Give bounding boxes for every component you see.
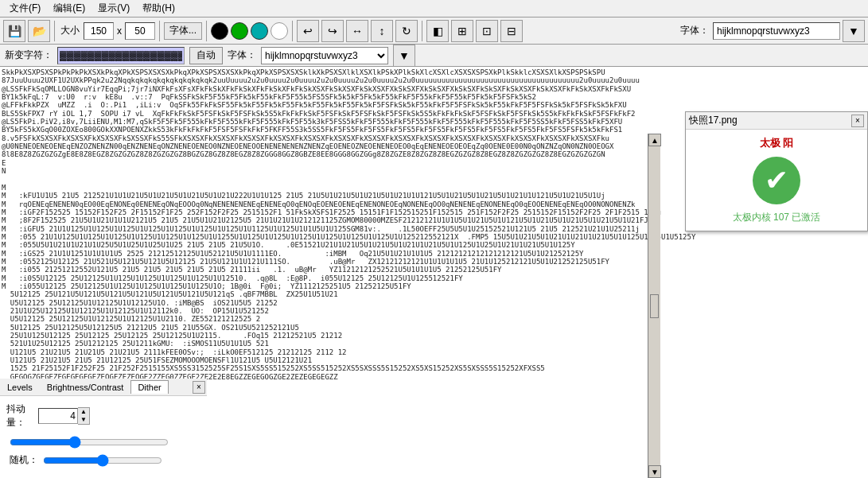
sep2 (159, 21, 160, 41)
font-label: 字体： (680, 24, 709, 37)
check-icon: ✔ (765, 164, 788, 197)
canvas-area: SkkPkXSXPSXSPkPkPkPkXSXkPkqXPkXSPSXSXSXk… (0, 67, 868, 478)
dither-body: 抖动量： ▲ ▼ 随机： (0, 396, 207, 478)
dither-up-btn[interactable]: ▲ (78, 408, 89, 416)
tab-dither[interactable]: Dither (130, 380, 168, 394)
notif-status-text: 太极内核 107 已激活 (692, 211, 861, 224)
open-button[interactable]: 📂 (28, 20, 50, 42)
font-select-dropdown[interactable]: ▼ (393, 45, 415, 67)
flip-v-button[interactable]: ↕ (371, 20, 393, 42)
dither-float-panel: Levels Brightness/Contrast Dither × 抖动量：… (0, 379, 207, 478)
dither-spinner-btns: ▲ ▼ (78, 407, 90, 425)
size-group: x (84, 22, 155, 40)
color-cyan[interactable] (251, 22, 268, 40)
dither-spinner: ▲ ▼ (38, 407, 90, 425)
x-sep: x (117, 25, 122, 37)
dither-slider-row (6, 436, 200, 449)
char-input[interactable] (57, 47, 185, 64)
width-input[interactable] (84, 22, 114, 40)
color-green[interactable] (231, 22, 248, 40)
notif-close-btn[interactable]: × (851, 115, 864, 127)
dither-random-label: 随机： (10, 453, 38, 467)
main-area: SkkPkXSXPSXSPkPkPkPkXSXkPkqXPkXSPSXSXSXk… (0, 67, 868, 478)
notif-check-area: ✔ (692, 157, 861, 204)
menubar: 文件(F) 编辑(E) 显示(V) 帮助(H) (0, 0, 868, 17)
tab-levels[interactable]: Levels (0, 380, 40, 394)
color-white[interactable] (271, 22, 288, 40)
scroll-down-btn[interactable]: ▼ (648, 465, 661, 478)
toolbar2: 新变字符： 自动 字体： hijklmnopqrstuvwxyz3 ▼ (0, 45, 868, 67)
flip-h-button[interactable]: ↔ (346, 20, 368, 42)
vertical-scrollbar: ▲ ▼ (648, 134, 660, 478)
check-circle: ✔ (753, 157, 800, 204)
dither-panel-header: Levels Brightness/Contrast Dither × (0, 379, 207, 396)
dither-amount-slider[interactable] (10, 436, 169, 449)
rotate-button[interactable]: ↻ (395, 20, 418, 42)
font-select[interactable]: hijklmnopqrstuvwxyz3 (261, 47, 388, 64)
font-input[interactable] (713, 22, 840, 40)
new-char-label: 新变字符： (5, 49, 53, 62)
color-black[interactable] (211, 22, 228, 40)
menu-file[interactable]: 文件(F) (3, 0, 47, 17)
notif-body: 太极 阳 ✔ 太极内核 107 已激活 (686, 130, 867, 231)
notif-app-name: 太极 阳 (692, 136, 861, 150)
height-input[interactable] (125, 22, 155, 40)
sep1 (54, 21, 55, 41)
menu-help[interactable]: 帮助(H) (136, 0, 181, 17)
auto-button[interactable]: 自动 (189, 47, 223, 64)
menu-view[interactable]: 显示(V) (91, 0, 136, 17)
menu-edit[interactable]: 编辑(E) (47, 0, 91, 17)
toolbar: 💾 📂 大小 x 字体... ↩ ↪ ↔ ↕ ↻ ◧ ⊞ ⊡ ⊟ 字体： ▼ (0, 17, 868, 45)
undo-button[interactable]: ↩ (297, 20, 319, 42)
font-button[interactable]: 字体... (164, 22, 202, 40)
align-left-button[interactable]: ◧ (426, 20, 449, 42)
dither-amount-row: 抖动量： ▲ ▼ (6, 402, 200, 429)
dither-amount-input[interactable] (38, 408, 78, 424)
notif-filename: 快照17.png (689, 114, 851, 127)
sep4 (292, 21, 293, 41)
sep5 (422, 21, 422, 41)
crop-button[interactable]: ⊡ (476, 20, 498, 42)
dither-random-slider[interactable] (43, 454, 162, 467)
tab-brightness-contrast[interactable]: Brightness/Contrast (40, 380, 131, 394)
font-right: 字体： ▼ (679, 20, 865, 42)
icon-btn1[interactable]: ⊟ (500, 20, 523, 42)
font-label2: 字体： (228, 49, 256, 62)
sep3 (206, 21, 207, 41)
dither-panel-close-btn[interactable]: × (193, 381, 205, 394)
font-dropdown-btn[interactable]: ▼ (843, 20, 865, 42)
notification-panel: 快照17.png × 太极 阳 ✔ 太极内核 107 已激活 (685, 111, 868, 231)
dither-random-row: 随机： (6, 453, 200, 467)
dither-amount-label: 抖动量： (6, 402, 38, 429)
app-window: 文件(F) 编辑(E) 显示(V) 帮助(H) 💾 📂 大小 x 字体... ↩… (0, 0, 868, 478)
save-button[interactable]: 💾 (3, 20, 25, 42)
size-label: 大小 (60, 24, 80, 37)
redo-button[interactable]: ↪ (321, 20, 344, 42)
scroll-thumb[interactable] (650, 294, 659, 318)
align-center-button[interactable]: ⊞ (451, 20, 473, 42)
scroll-up-btn[interactable]: ▲ (648, 134, 661, 146)
notif-header: 快照17.png × (686, 112, 867, 130)
dither-down-btn[interactable]: ▼ (78, 416, 89, 424)
